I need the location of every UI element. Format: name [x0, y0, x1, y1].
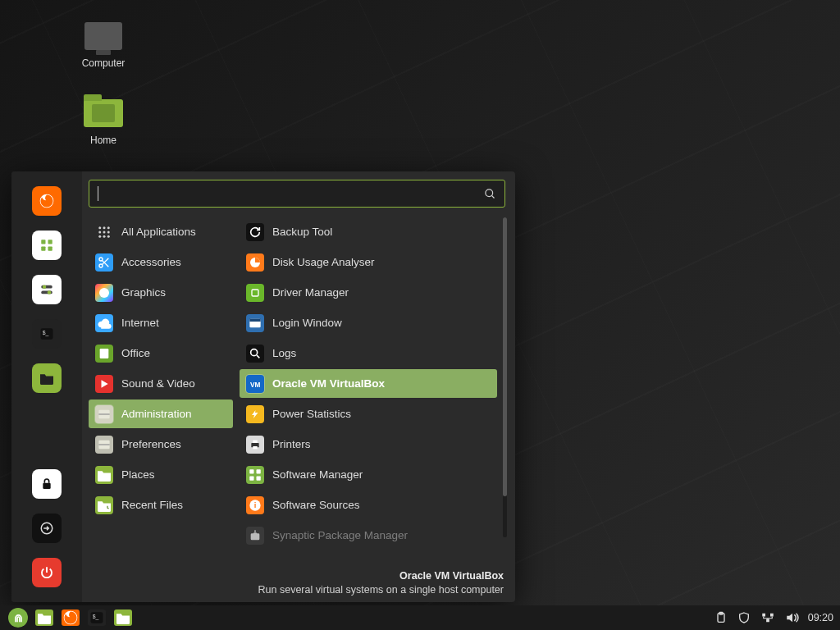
- favorite-firefox[interactable]: [32, 186, 62, 216]
- tray-volume[interactable]: [785, 611, 800, 624]
- info-icon: i: [246, 496, 264, 514]
- category-item[interactable]: Sound & Video: [89, 369, 233, 398]
- app-item[interactable]: Driver Manager: [240, 278, 497, 307]
- category-item[interactable]: Recent Files: [89, 491, 233, 519]
- favorite-terminal[interactable]: $_: [32, 319, 62, 349]
- svg-point-37: [251, 349, 258, 355]
- launcher-firefox[interactable]: [59, 608, 82, 628]
- computer-icon: [84, 22, 122, 50]
- favorite-lock[interactable]: [32, 469, 62, 499]
- svg-rect-11: [43, 483, 50, 489]
- categories-column: All ApplicationsAccessoriesGraphicsInter…: [89, 217, 233, 597]
- favorite-settings[interactable]: [32, 275, 62, 304]
- desktop-icon-home[interactable]: Home: [71, 97, 136, 146]
- search-field[interactable]: [105, 187, 477, 200]
- svg-rect-44: [257, 469, 261, 473]
- search-input[interactable]: [89, 180, 505, 208]
- clock[interactable]: 09:20: [808, 612, 833, 623]
- category-item[interactable]: Graphics: [89, 278, 233, 307]
- svg-rect-2: [48, 240, 52, 244]
- folder-icon: [95, 466, 113, 484]
- category-item[interactable]: Office: [89, 339, 233, 368]
- svg-rect-31: [98, 444, 109, 445]
- launcher-files2[interactable]: [112, 608, 135, 628]
- category-label: Recent Files: [121, 499, 183, 511]
- category-item[interactable]: Administration: [89, 399, 233, 428]
- app-item[interactable]: VMOracle VM VirtualBox: [240, 369, 497, 398]
- app-item[interactable]: Logs: [240, 339, 497, 368]
- category-label: Graphics: [121, 286, 166, 299]
- category-label: Internet: [121, 317, 159, 329]
- scrollbar-thumb[interactable]: [503, 217, 507, 496]
- svg-point-23: [107, 235, 110, 237]
- svg-point-15: [98, 226, 101, 229]
- app-item[interactable]: Backup Tool: [240, 217, 497, 246]
- app-item[interactable]: Power Statistics: [240, 399, 497, 428]
- launcher-menu[interactable]: ⋒: [7, 608, 30, 628]
- svg-rect-56: [770, 614, 774, 617]
- svg-rect-3: [41, 247, 45, 251]
- svg-point-20: [107, 231, 110, 233]
- svg-text:VM: VM: [250, 381, 261, 388]
- svg-rect-43: [249, 469, 253, 473]
- app-item[interactable]: iSoftware Sources: [240, 491, 497, 519]
- svg-text:$_: $_: [43, 330, 49, 336]
- app-label: Disk Usage Analyser: [272, 256, 375, 268]
- category-label: Accessories: [121, 256, 181, 268]
- svg-point-17: [107, 226, 110, 229]
- folder-icon: [84, 99, 123, 127]
- category-label: Preferences: [121, 438, 181, 450]
- taskbar: ⋒$_ 09:20: [0, 605, 840, 630]
- tray-shield[interactable]: [737, 611, 751, 624]
- folder-icon: [114, 609, 132, 626]
- drawer-icon: [95, 405, 113, 423]
- svg-rect-41: [253, 440, 257, 442]
- svg-rect-45: [249, 476, 253, 480]
- svg-text:$_: $_: [93, 614, 99, 620]
- launcher-terminal[interactable]: $_: [85, 608, 108, 628]
- tray-clipboard[interactable]: [714, 611, 728, 624]
- desktop-icon-computer[interactable]: Computer: [71, 20, 136, 69]
- system-tray: [714, 611, 800, 624]
- category-item[interactable]: Places: [89, 460, 233, 489]
- category-label: Places: [121, 468, 155, 481]
- book-icon: [95, 345, 113, 363]
- app-item[interactable]: Synaptic Package Manager: [240, 521, 497, 550]
- svg-point-26: [99, 288, 109, 298]
- category-label: Office: [121, 347, 150, 359]
- favorite-power[interactable]: [32, 558, 62, 587]
- favorite-logout[interactable]: [32, 514, 62, 543]
- svg-point-24: [99, 258, 103, 261]
- category-item[interactable]: Preferences: [89, 430, 233, 459]
- launcher-files[interactable]: [33, 608, 56, 628]
- svg-point-21: [98, 235, 101, 237]
- app-label: Backup Tool: [272, 226, 332, 238]
- grid-icon: [246, 466, 264, 484]
- category-item[interactable]: All Applications: [89, 217, 233, 246]
- app-label: Printers: [272, 438, 311, 450]
- apps-scrollbar[interactable]: [503, 217, 507, 537]
- svg-point-6: [43, 285, 47, 289]
- drawer-icon: [95, 436, 113, 454]
- svg-point-18: [98, 231, 101, 233]
- text-caret: [98, 186, 98, 201]
- tooltip-desc: Run several virtual systems on a single …: [258, 583, 504, 597]
- scissors-icon: [95, 253, 113, 272]
- app-item[interactable]: Disk Usage Analyser: [240, 248, 497, 276]
- app-item[interactable]: Printers: [240, 430, 497, 459]
- category-item[interactable]: Internet: [89, 308, 233, 337]
- app-item[interactable]: Software Manager: [240, 460, 497, 489]
- tray-network[interactable]: [760, 612, 775, 623]
- folder-clock-icon: [95, 496, 113, 514]
- cloud-icon: [95, 314, 113, 332]
- category-label: Administration: [121, 408, 192, 420]
- app-label: Power Statistics: [272, 408, 351, 420]
- printer-icon: [246, 436, 264, 454]
- pie-icon: [246, 253, 264, 272]
- app-label: Login Window: [272, 317, 342, 329]
- app-item[interactable]: Login Window: [240, 308, 497, 337]
- favorite-files[interactable]: [32, 363, 62, 393]
- favorite-apps[interactable]: [32, 231, 62, 260]
- desktop-icon-label: Computer: [71, 57, 136, 69]
- category-item[interactable]: Accessories: [89, 248, 233, 276]
